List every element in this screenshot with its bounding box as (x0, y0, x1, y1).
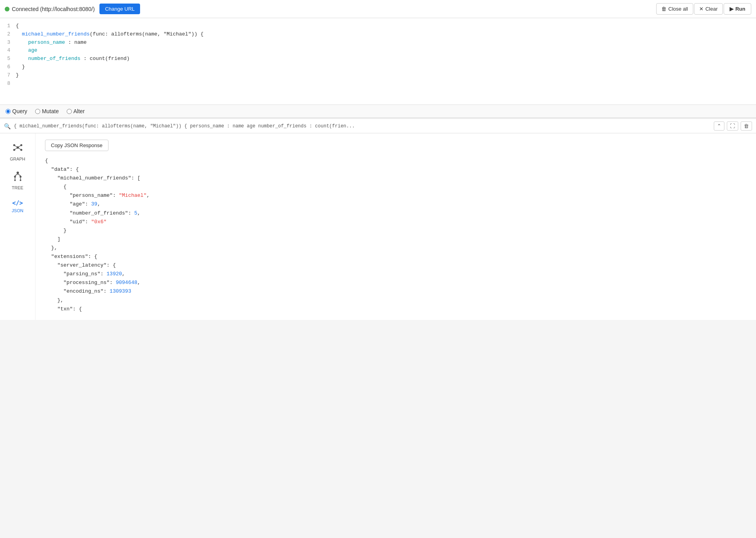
alter-radio-group[interactable]: Alter (67, 108, 85, 114)
copy-json-button[interactable]: Copy JSON Response (45, 140, 109, 151)
connection-status: Connected (http://localhost:8080/) (5, 6, 95, 12)
sidebar-item-tree-label: TREE (12, 185, 23, 190)
svg-line-8 (18, 148, 21, 150)
svg-line-15 (18, 174, 21, 176)
delete-query-button[interactable]: 🗑 (741, 121, 752, 131)
mutate-radio-group[interactable]: Mutate (35, 108, 59, 114)
code-editor[interactable]: 1 2 3 4 5 6 7 8 { michael_number_friends… (0, 18, 756, 92)
svg-point-12 (14, 179, 16, 181)
query-bar: 🔍 { michael_number_friends(func: allofte… (0, 119, 756, 133)
sidebar-item-graph[interactable]: GRAPH (0, 137, 35, 166)
svg-line-6 (18, 145, 21, 148)
results-content: Copy JSON Response { "data": { "michael_… (36, 133, 756, 320)
tree-icon (12, 171, 23, 184)
graph-icon (12, 142, 23, 155)
query-radio-group[interactable]: Query (6, 108, 27, 114)
chevron-up-icon: ⌃ (717, 123, 721, 129)
query-label: Query (12, 108, 27, 114)
json-output: { "data": { "michael_number_friends": [ … (45, 157, 747, 314)
query-type-bar: Query Mutate Alter (0, 105, 756, 118)
code-line-1: { (16, 22, 748, 30)
line-numbers: 1 2 3 4 5 6 7 8 (0, 22, 16, 88)
alter-radio[interactable] (67, 109, 72, 114)
collapse-button[interactable]: ⌃ (714, 121, 724, 131)
svg-line-5 (14, 145, 18, 148)
code-line-3: persons_name : name (16, 39, 748, 47)
times-icon: ✕ (699, 6, 704, 12)
close-all-button[interactable]: 🗑 Close all (656, 3, 693, 15)
connection-label: Connected (http://localhost:8080/) (12, 6, 95, 12)
svg-point-13 (20, 179, 21, 181)
toolbar-actions: 🗑 Close all ✕ Clear ▶ Run (656, 3, 751, 15)
code-lines: { michael_number_friends(func: allofterm… (16, 22, 756, 88)
sidebar-item-json[interactable]: </> JSON (0, 195, 35, 218)
code-line-8 (16, 80, 748, 88)
code-line-2: michael_number_friends(func: allofterms(… (16, 30, 748, 39)
svg-point-9 (17, 172, 19, 174)
trash-icon: 🗑 (661, 6, 666, 12)
trash-query-icon: 🗑 (744, 123, 749, 129)
code-line-5: number_of_friends : count(friend) (16, 55, 748, 63)
svg-point-11 (19, 176, 21, 178)
sidebar-item-graph-label: GRAPH (10, 157, 25, 161)
sidebar-item-tree[interactable]: TREE (0, 166, 35, 195)
top-bar: Connected (http://localhost:8080/) Chang… (0, 0, 756, 18)
mutate-radio[interactable] (35, 109, 40, 114)
json-icon: </> (12, 200, 23, 207)
expand-icon: ⛶ (730, 123, 735, 129)
query-bar-text: { michael_number_friends(func: allofterm… (14, 123, 711, 129)
change-url-button[interactable]: Change URL (99, 4, 140, 14)
code-editor-area: 1 2 3 4 5 6 7 8 { michael_number_friends… (0, 18, 756, 105)
mutate-label: Mutate (42, 108, 59, 114)
code-line-4: age (16, 47, 748, 55)
sidebar-item-json-label: JSON (12, 208, 23, 213)
svg-line-14 (15, 174, 18, 176)
search-icon: 🔍 (4, 123, 11, 129)
code-line-7: } (16, 71, 748, 80)
expand-button[interactable]: ⛶ (727, 121, 738, 131)
results-body: GRAPH TREE (0, 133, 756, 320)
alter-label: Alter (73, 108, 85, 114)
results-section: 🔍 { michael_number_friends(func: allofte… (0, 119, 756, 320)
clear-button[interactable]: ✕ Clear (694, 3, 723, 15)
status-dot-icon (5, 7, 9, 11)
code-line-6: } (16, 63, 748, 71)
svg-line-7 (14, 148, 18, 150)
svg-point-10 (14, 176, 16, 178)
query-bar-actions: ⌃ ⛶ 🗑 (714, 121, 752, 131)
run-button[interactable]: ▶ Run (724, 3, 751, 15)
query-radio[interactable] (6, 109, 11, 114)
results-sidebar: GRAPH TREE (0, 133, 36, 320)
play-icon: ▶ (730, 6, 734, 12)
